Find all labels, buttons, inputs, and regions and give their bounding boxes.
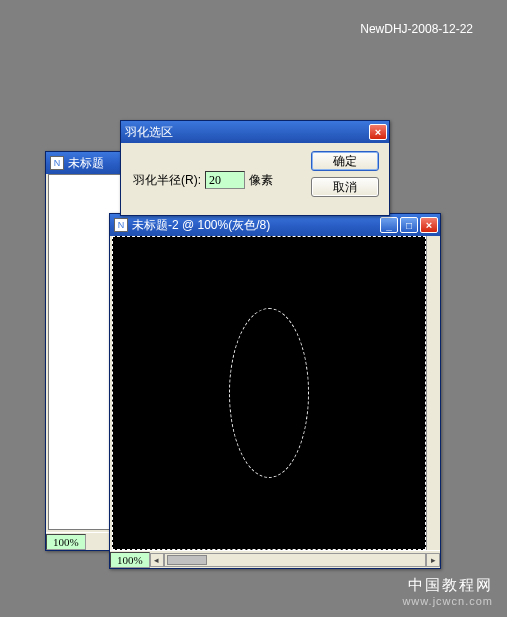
cancel-button[interactable]: 取消 xyxy=(311,177,379,197)
minimize-button[interactable]: _ xyxy=(380,217,398,233)
watermark-site-name: 中国教程网 xyxy=(402,576,493,595)
dialog-titlebar[interactable]: 羽化选区 × xyxy=(121,121,389,143)
close-button[interactable]: × xyxy=(420,217,438,233)
scroll-left-icon[interactable]: ◂ xyxy=(150,553,164,567)
radius-label: 羽化半径(R): xyxy=(133,172,201,189)
dialog-buttons: 确定 取消 xyxy=(311,151,379,197)
radius-field-group: 羽化半径(R): 像素 xyxy=(133,153,273,207)
vertical-scrollbar[interactable] xyxy=(426,236,438,550)
zoom-level[interactable]: 100% xyxy=(110,552,150,568)
titlebar[interactable]: N 未标题-2 @ 100%(灰色/8) _ □ × xyxy=(110,214,440,236)
title-controls: _ □ × xyxy=(380,217,438,233)
maximize-button[interactable]: □ xyxy=(400,217,418,233)
radius-input[interactable] xyxy=(205,171,245,189)
dialog-title: 羽化选区 xyxy=(125,124,365,141)
app-icon: N xyxy=(114,218,128,232)
horizontal-scrollbar[interactable] xyxy=(164,553,426,567)
ok-button[interactable]: 确定 xyxy=(311,151,379,171)
app-icon: N xyxy=(50,156,64,170)
scroll-thumb[interactable] xyxy=(167,555,207,565)
unit-label: 像素 xyxy=(249,172,273,189)
document-window-front: N 未标题-2 @ 100%(灰色/8) _ □ × 100% ◂ ▸ xyxy=(109,213,441,569)
canvas[interactable] xyxy=(112,236,426,550)
statusbar: 100% ◂ ▸ xyxy=(110,550,440,568)
watermark-site-url: www.jcwcn.com xyxy=(402,595,493,607)
feather-dialog: 羽化选区 × 羽化半径(R): 像素 确定 取消 xyxy=(120,120,390,216)
dialog-body: 羽化半径(R): 像素 确定 取消 xyxy=(121,143,389,215)
watermark-top: NewDHJ-2008-12-22 xyxy=(360,22,473,36)
title-controls: × xyxy=(369,124,387,140)
window-title: 未标题-2 @ 100%(灰色/8) xyxy=(132,217,376,234)
scroll-right-icon[interactable]: ▸ xyxy=(426,553,440,567)
close-button[interactable]: × xyxy=(369,124,387,140)
selection-marquee xyxy=(229,308,309,478)
zoom-level[interactable]: 100% xyxy=(46,534,86,550)
watermark-bottom: 中国教程网 www.jcwcn.com xyxy=(402,576,493,607)
